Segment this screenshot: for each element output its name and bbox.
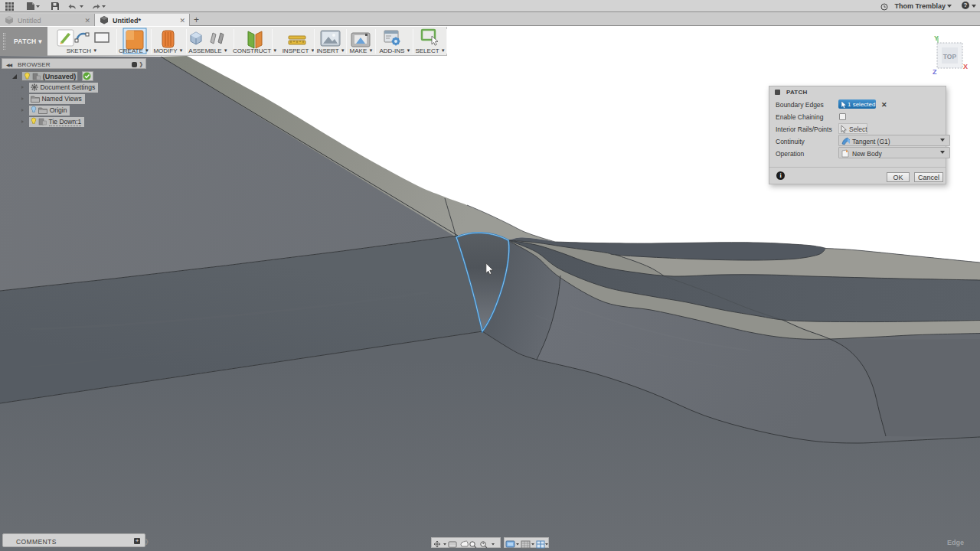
svg-text:TOP: TOP (943, 53, 957, 60)
svg-text:X: X (963, 63, 968, 70)
svg-text:Z: Z (933, 68, 937, 76)
